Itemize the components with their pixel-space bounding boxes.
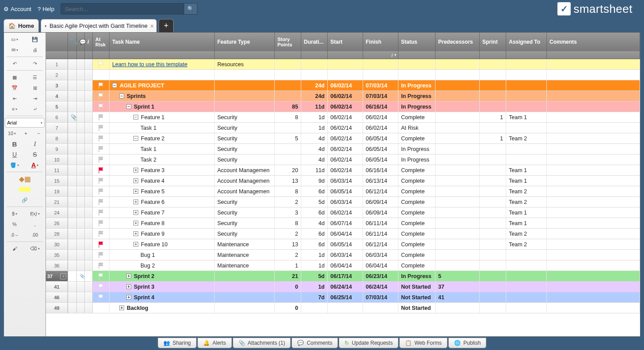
cell-risk[interactable] xyxy=(93,176,110,186)
cell-finish[interactable]: 06/23/14 xyxy=(363,271,398,281)
table-row[interactable]: 36Bug 2Maintenance11d06/04/1406/04/14Com… xyxy=(46,260,640,271)
font-select[interactable]: Arial▾ xyxy=(5,118,45,128)
cell-task[interactable]: Bug 2 xyxy=(110,260,215,271)
cell-ftype[interactable] xyxy=(215,102,275,112)
cell-info[interactable] xyxy=(85,282,93,292)
cell-comm[interactable] xyxy=(547,239,640,249)
cell-pred[interactable] xyxy=(436,239,480,249)
cell-dur[interactable]: 6d xyxy=(301,229,328,239)
cell-sprint[interactable] xyxy=(480,59,506,69)
cell-attach[interactable] xyxy=(68,154,77,165)
card-view-button[interactable]: ☰ xyxy=(25,72,45,82)
cell-risk[interactable] xyxy=(93,218,110,228)
cell-story[interactable]: 2 xyxy=(275,197,301,207)
table-row[interactable]: 46+Sprint 47d06/25/1407/03/14Not Started… xyxy=(46,292,640,303)
cell-status[interactable]: Complete xyxy=(398,250,436,260)
cell-risk[interactable] xyxy=(93,154,110,165)
cell-status[interactable]: In Progress xyxy=(398,91,436,101)
cell-info[interactable] xyxy=(85,102,93,112)
cell-status[interactable] xyxy=(398,70,436,80)
strikethrough-button[interactable]: S xyxy=(25,150,45,159)
expand-toggle[interactable]: + xyxy=(133,168,138,173)
print-button[interactable]: 🖨 xyxy=(25,45,45,55)
table-row[interactable]: 1Learn how to use this templateResources xyxy=(46,59,640,70)
row-number[interactable]: 26 xyxy=(46,218,68,228)
cell-pred[interactable] xyxy=(436,186,480,196)
cell-discuss[interactable] xyxy=(77,165,85,175)
row-number[interactable]: 15 xyxy=(46,176,68,186)
cell-ftype[interactable]: Account Managemen xyxy=(215,186,275,196)
cell-task[interactable]: +Feature 8 xyxy=(110,218,215,228)
cell-ftype[interactable] xyxy=(215,271,275,281)
row-number[interactable]: 6 xyxy=(46,112,68,122)
cell-attach[interactable] xyxy=(68,123,77,133)
cell-start[interactable]: 06/02/14 xyxy=(328,80,363,90)
cell-ftype[interactable]: Resources xyxy=(215,59,275,69)
cell-ftype[interactable]: Security xyxy=(215,218,275,228)
conditional-format-button[interactable]: ◆▦ xyxy=(5,174,45,184)
expand-toggle[interactable]: + xyxy=(133,210,138,215)
cell-comm[interactable] xyxy=(547,229,640,239)
cell-discuss[interactable] xyxy=(77,91,85,101)
cell-ftype[interactable]: Account Managemen xyxy=(215,176,275,186)
cell-status[interactable]: Not Started xyxy=(398,292,436,302)
cell-start[interactable]: 06/02/14 xyxy=(328,91,363,101)
cell-assign[interactable]: Team 1 xyxy=(506,165,547,175)
cell-attach[interactable] xyxy=(68,186,77,196)
cell-pred[interactable]: 41 xyxy=(436,292,480,302)
cell-task[interactable]: Task 1 xyxy=(110,144,215,154)
cell-assign[interactable] xyxy=(506,292,547,302)
cell-attach[interactable] xyxy=(68,80,77,90)
cell-risk[interactable] xyxy=(93,260,110,271)
cell-story[interactable] xyxy=(275,292,301,302)
cell-task[interactable]: Task 2 xyxy=(110,154,215,165)
close-icon[interactable]: × xyxy=(150,23,154,30)
cell-ftype[interactable]: Security xyxy=(215,197,275,207)
col-start[interactable]: Start xyxy=(328,33,363,51)
expand-toggle[interactable]: − xyxy=(119,94,124,98)
cell-assign[interactable] xyxy=(506,144,547,154)
table-row[interactable]: 7Task 1Security1d06/02/1406/02/14At Risk xyxy=(46,123,640,133)
row-number[interactable]: 9 xyxy=(46,144,68,154)
cell-start[interactable]: 06/02/14 xyxy=(328,123,363,133)
row-number[interactable]: 8 xyxy=(46,133,68,143)
cell-finish[interactable]: 06/03/14 xyxy=(363,250,398,260)
row-number[interactable]: 2 xyxy=(46,70,68,80)
fill-color-button[interactable]: 🪣▾ xyxy=(5,160,24,170)
cell-pred[interactable] xyxy=(436,197,480,207)
cell-attach[interactable] xyxy=(68,303,77,313)
cell-risk[interactable] xyxy=(93,133,110,143)
cell-dur[interactable]: 1d xyxy=(301,260,328,271)
col-rownum[interactable] xyxy=(46,33,68,51)
expand-toggle[interactable]: + xyxy=(133,242,138,247)
cell-story[interactable] xyxy=(275,80,301,90)
cell-comm[interactable] xyxy=(547,303,640,313)
cell-assign[interactable] xyxy=(506,303,547,313)
cell-task[interactable]: −Sprints xyxy=(110,91,215,101)
cell-pred[interactable] xyxy=(436,218,480,228)
cell-sprint[interactable] xyxy=(480,303,506,313)
expand-toggle[interactable]: − xyxy=(133,136,138,141)
cell-task[interactable]: −Feature 1 xyxy=(110,112,215,122)
cell-ftype[interactable]: Security xyxy=(215,112,275,122)
cell-risk[interactable] xyxy=(93,197,110,207)
cell-attach[interactable] xyxy=(68,207,77,218)
cell-assign[interactable] xyxy=(506,260,547,271)
cell-discuss[interactable] xyxy=(77,229,85,239)
cell-info[interactable] xyxy=(85,144,93,154)
cell-dur[interactable]: 4d xyxy=(301,154,328,165)
cell-comm[interactable] xyxy=(547,59,640,69)
font-size-select[interactable]: 10▾ xyxy=(5,128,19,138)
cell-assign[interactable] xyxy=(506,70,547,80)
grid-view-button[interactable]: ⊞ xyxy=(25,83,45,93)
cell-discuss[interactable] xyxy=(77,133,85,143)
cell-task[interactable]: +Backlog xyxy=(110,303,215,313)
cell-discuss[interactable] xyxy=(77,260,85,271)
cell-sprint[interactable] xyxy=(480,239,506,249)
cell-pred[interactable] xyxy=(436,176,480,186)
table-row[interactable]: 15+Feature 4Account Managemen139d06/03/1… xyxy=(46,176,640,186)
cell-risk[interactable] xyxy=(93,102,110,112)
cell-dur[interactable]: 4d xyxy=(301,218,328,228)
cell-task[interactable]: Bug 1 xyxy=(110,250,215,260)
cell-attach[interactable] xyxy=(68,133,77,143)
